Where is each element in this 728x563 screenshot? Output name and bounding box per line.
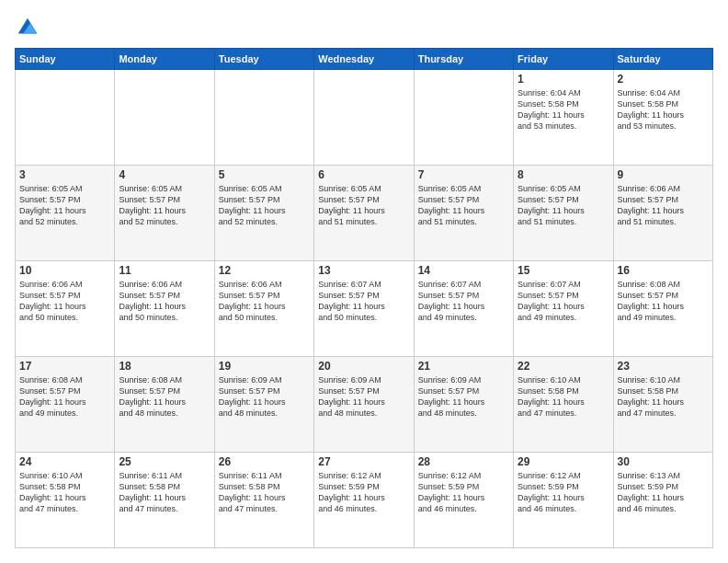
calendar-cell: 19Sunrise: 6:09 AMSunset: 5:57 PMDayligh… bbox=[214, 357, 313, 453]
day-number: 29 bbox=[518, 455, 609, 468]
day-info: Sunrise: 6:04 AMSunset: 5:58 PMDaylight:… bbox=[618, 87, 709, 132]
calendar-header-sunday: Sunday bbox=[16, 49, 115, 70]
day-number: 16 bbox=[618, 264, 709, 277]
day-info: Sunrise: 6:07 AMSunset: 5:57 PMDaylight:… bbox=[318, 279, 409, 324]
calendar-cell: 5Sunrise: 6:05 AMSunset: 5:57 PMDaylight… bbox=[214, 166, 313, 261]
calendar-cell: 28Sunrise: 6:12 AMSunset: 5:59 PMDayligh… bbox=[414, 453, 513, 548]
calendar-cell: 22Sunrise: 6:10 AMSunset: 5:58 PMDayligh… bbox=[514, 357, 613, 453]
calendar-cell: 4Sunrise: 6:05 AMSunset: 5:57 PMDaylight… bbox=[115, 166, 214, 261]
calendar-cell: 27Sunrise: 6:12 AMSunset: 5:59 PMDayligh… bbox=[314, 453, 414, 548]
day-number: 13 bbox=[318, 264, 409, 277]
day-info: Sunrise: 6:10 AMSunset: 5:58 PMDaylight:… bbox=[518, 374, 609, 419]
day-info: Sunrise: 6:12 AMSunset: 5:59 PMDaylight:… bbox=[318, 470, 409, 515]
logo-icon bbox=[15, 15, 40, 40]
calendar-header-thursday: Thursday bbox=[414, 49, 513, 70]
day-number: 2 bbox=[618, 73, 709, 86]
calendar-header-saturday: Saturday bbox=[613, 49, 712, 70]
day-number: 7 bbox=[418, 168, 509, 181]
calendar-header-monday: Monday bbox=[115, 49, 214, 70]
calendar-cell bbox=[414, 70, 513, 166]
day-info: Sunrise: 6:08 AMSunset: 5:57 PMDaylight:… bbox=[119, 374, 210, 419]
day-number: 12 bbox=[219, 264, 310, 277]
day-info: Sunrise: 6:07 AMSunset: 5:57 PMDaylight:… bbox=[518, 279, 609, 324]
day-info: Sunrise: 6:09 AMSunset: 5:57 PMDaylight:… bbox=[219, 374, 310, 419]
day-info: Sunrise: 6:06 AMSunset: 5:57 PMDaylight:… bbox=[618, 183, 709, 228]
day-number: 17 bbox=[19, 360, 110, 373]
day-number: 23 bbox=[618, 360, 709, 373]
day-number: 5 bbox=[219, 168, 310, 181]
day-info: Sunrise: 6:11 AMSunset: 5:58 PMDaylight:… bbox=[219, 470, 310, 515]
day-number: 19 bbox=[219, 360, 310, 373]
calendar-week-3: 10Sunrise: 6:06 AMSunset: 5:57 PMDayligh… bbox=[16, 261, 713, 357]
day-info: Sunrise: 6:05 AMSunset: 5:57 PMDaylight:… bbox=[219, 183, 310, 228]
day-info: Sunrise: 6:05 AMSunset: 5:57 PMDaylight:… bbox=[119, 183, 210, 228]
day-number: 30 bbox=[618, 455, 709, 468]
day-info: Sunrise: 6:11 AMSunset: 5:58 PMDaylight:… bbox=[119, 470, 210, 515]
calendar-cell: 10Sunrise: 6:06 AMSunset: 5:57 PMDayligh… bbox=[16, 261, 115, 357]
calendar-cell: 8Sunrise: 6:05 AMSunset: 5:57 PMDaylight… bbox=[514, 166, 613, 261]
page: SundayMondayTuesdayWednesdayThursdayFrid… bbox=[0, 0, 728, 563]
day-number: 20 bbox=[318, 360, 409, 373]
calendar-week-2: 3Sunrise: 6:05 AMSunset: 5:57 PMDaylight… bbox=[16, 166, 713, 261]
calendar-cell: 29Sunrise: 6:12 AMSunset: 5:59 PMDayligh… bbox=[514, 453, 613, 548]
day-info: Sunrise: 6:07 AMSunset: 5:57 PMDaylight:… bbox=[418, 279, 509, 324]
day-info: Sunrise: 6:09 AMSunset: 5:57 PMDaylight:… bbox=[418, 374, 509, 419]
day-info: Sunrise: 6:13 AMSunset: 5:59 PMDaylight:… bbox=[618, 470, 709, 515]
day-info: Sunrise: 6:06 AMSunset: 5:57 PMDaylight:… bbox=[219, 279, 310, 324]
calendar-cell: 1Sunrise: 6:04 AMSunset: 5:58 PMDaylight… bbox=[514, 70, 613, 166]
day-number: 8 bbox=[518, 168, 609, 181]
calendar-cell: 7Sunrise: 6:05 AMSunset: 5:57 PMDaylight… bbox=[414, 166, 513, 261]
calendar-header-friday: Friday bbox=[514, 49, 613, 70]
calendar-cell bbox=[214, 70, 313, 166]
calendar-cell: 26Sunrise: 6:11 AMSunset: 5:58 PMDayligh… bbox=[214, 453, 313, 548]
calendar-header-wednesday: Wednesday bbox=[314, 49, 414, 70]
day-number: 22 bbox=[518, 360, 609, 373]
day-info: Sunrise: 6:10 AMSunset: 5:58 PMDaylight:… bbox=[618, 374, 709, 419]
day-number: 4 bbox=[119, 168, 210, 181]
header bbox=[15, 15, 713, 40]
calendar-cell: 18Sunrise: 6:08 AMSunset: 5:57 PMDayligh… bbox=[115, 357, 214, 453]
calendar-cell: 30Sunrise: 6:13 AMSunset: 5:59 PMDayligh… bbox=[613, 453, 712, 548]
calendar-week-1: 1Sunrise: 6:04 AMSunset: 5:58 PMDaylight… bbox=[16, 70, 713, 166]
day-number: 11 bbox=[119, 264, 210, 277]
calendar-cell: 15Sunrise: 6:07 AMSunset: 5:57 PMDayligh… bbox=[514, 261, 613, 357]
day-info: Sunrise: 6:05 AMSunset: 5:57 PMDaylight:… bbox=[418, 183, 509, 228]
day-info: Sunrise: 6:06 AMSunset: 5:57 PMDaylight:… bbox=[19, 279, 110, 324]
calendar-cell: 9Sunrise: 6:06 AMSunset: 5:57 PMDaylight… bbox=[613, 166, 712, 261]
day-number: 25 bbox=[119, 455, 210, 468]
calendar-cell: 24Sunrise: 6:10 AMSunset: 5:58 PMDayligh… bbox=[16, 453, 115, 548]
calendar-week-4: 17Sunrise: 6:08 AMSunset: 5:57 PMDayligh… bbox=[16, 357, 713, 453]
calendar-cell: 11Sunrise: 6:06 AMSunset: 5:57 PMDayligh… bbox=[115, 261, 214, 357]
day-info: Sunrise: 6:12 AMSunset: 5:59 PMDaylight:… bbox=[418, 470, 509, 515]
calendar-cell: 12Sunrise: 6:06 AMSunset: 5:57 PMDayligh… bbox=[214, 261, 313, 357]
day-number: 9 bbox=[618, 168, 709, 181]
calendar-header-tuesday: Tuesday bbox=[214, 49, 313, 70]
day-info: Sunrise: 6:08 AMSunset: 5:57 PMDaylight:… bbox=[19, 374, 110, 419]
day-info: Sunrise: 6:09 AMSunset: 5:57 PMDaylight:… bbox=[318, 374, 409, 419]
calendar-cell: 25Sunrise: 6:11 AMSunset: 5:58 PMDayligh… bbox=[115, 453, 214, 548]
day-number: 21 bbox=[418, 360, 509, 373]
calendar-week-5: 24Sunrise: 6:10 AMSunset: 5:58 PMDayligh… bbox=[16, 453, 713, 548]
day-info: Sunrise: 6:04 AMSunset: 5:58 PMDaylight:… bbox=[518, 87, 609, 132]
day-number: 27 bbox=[318, 455, 409, 468]
day-number: 10 bbox=[19, 264, 110, 277]
day-info: Sunrise: 6:12 AMSunset: 5:59 PMDaylight:… bbox=[518, 470, 609, 515]
calendar-cell: 2Sunrise: 6:04 AMSunset: 5:58 PMDaylight… bbox=[613, 70, 712, 166]
calendar-cell: 21Sunrise: 6:09 AMSunset: 5:57 PMDayligh… bbox=[414, 357, 513, 453]
day-info: Sunrise: 6:10 AMSunset: 5:58 PMDaylight:… bbox=[19, 470, 110, 515]
day-info: Sunrise: 6:05 AMSunset: 5:57 PMDaylight:… bbox=[518, 183, 609, 228]
calendar-cell bbox=[314, 70, 414, 166]
calendar-table: SundayMondayTuesdayWednesdayThursdayFrid… bbox=[15, 48, 713, 548]
calendar-cell: 20Sunrise: 6:09 AMSunset: 5:57 PMDayligh… bbox=[314, 357, 414, 453]
day-info: Sunrise: 6:05 AMSunset: 5:57 PMDaylight:… bbox=[19, 183, 110, 228]
calendar-cell bbox=[16, 70, 115, 166]
calendar-cell: 13Sunrise: 6:07 AMSunset: 5:57 PMDayligh… bbox=[314, 261, 414, 357]
day-info: Sunrise: 6:06 AMSunset: 5:57 PMDaylight:… bbox=[119, 279, 210, 324]
day-number: 6 bbox=[318, 168, 409, 181]
day-number: 24 bbox=[19, 455, 110, 468]
calendar-cell: 6Sunrise: 6:05 AMSunset: 5:57 PMDaylight… bbox=[314, 166, 414, 261]
calendar-cell: 14Sunrise: 6:07 AMSunset: 5:57 PMDayligh… bbox=[414, 261, 513, 357]
calendar-cell bbox=[115, 70, 214, 166]
day-number: 28 bbox=[418, 455, 509, 468]
day-info: Sunrise: 6:08 AMSunset: 5:57 PMDaylight:… bbox=[618, 279, 709, 324]
